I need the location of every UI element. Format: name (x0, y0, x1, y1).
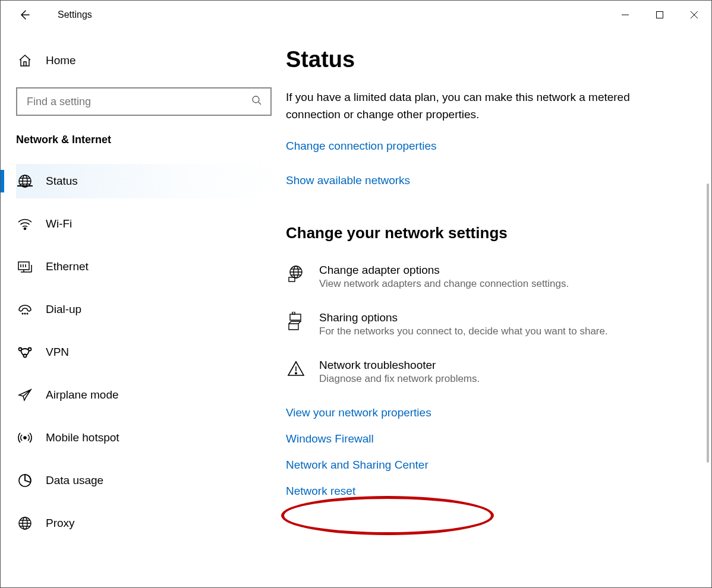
hotspot-icon (17, 430, 33, 445)
titlebar: Settings (1, 1, 711, 29)
adapter-icon (286, 264, 306, 284)
svg-point-7 (24, 313, 26, 314)
close-icon (690, 11, 698, 19)
sidebar-item-label: Wi-Fi (46, 217, 72, 230)
sidebar-category: Network & Internet (16, 134, 286, 146)
proxy-icon (17, 516, 33, 531)
link-network-reset[interactable]: Network reset (286, 485, 694, 498)
ethernet-icon (17, 259, 33, 274)
bottom-links: View your network properties Windows Fir… (286, 406, 694, 498)
window-controls (608, 3, 711, 27)
maximize-icon (656, 11, 664, 19)
svg-rect-20 (292, 312, 295, 314)
sidebar-item-dialup[interactable]: Dial-up (16, 292, 286, 327)
dialup-icon (17, 302, 33, 317)
svg-point-9 (19, 348, 22, 351)
svg-rect-5 (18, 262, 29, 270)
warning-icon (286, 359, 306, 379)
search-box[interactable] (16, 87, 272, 116)
home-icon (17, 53, 33, 68)
sidebar-item-vpn[interactable]: VPN (16, 335, 286, 369)
section-heading: Change your network settings (286, 224, 694, 242)
sidebar-nav: Status Wi-Fi Ethernet Dial-up (16, 164, 286, 549)
sidebar-item-label: Proxy (46, 517, 75, 530)
close-button[interactable] (677, 3, 711, 27)
arrow-left-icon (18, 9, 30, 21)
sidebar-item-label: Ethernet (46, 260, 89, 273)
link-show-available-networks[interactable]: Show available networks (286, 174, 410, 187)
sidebar-item-label: Airplane mode (46, 388, 119, 402)
main-content: Status If you have a limited data plan, … (286, 29, 711, 587)
svg-point-10 (29, 348, 31, 351)
svg-point-1 (253, 96, 259, 103)
link-view-network-properties[interactable]: View your network properties (286, 406, 694, 419)
search-input[interactable] (26, 95, 251, 109)
svg-rect-0 (657, 12, 663, 18)
link-change-connection-properties[interactable]: Change connection properties (286, 140, 437, 153)
option-title: Change adapter options (319, 264, 569, 277)
sidebar-home-label: Home (46, 54, 76, 67)
svg-point-8 (27, 313, 28, 314)
svg-point-12 (24, 437, 26, 439)
sidebar-item-label: Data usage (46, 474, 103, 487)
window-title: Settings (58, 10, 92, 20)
svg-point-4 (24, 228, 26, 230)
back-button[interactable] (12, 3, 36, 27)
maximize-button[interactable] (642, 3, 677, 27)
svg-rect-19 (290, 314, 301, 320)
wifi-icon (17, 216, 33, 232)
sidebar-item-datausage[interactable]: Data usage (16, 463, 286, 498)
svg-point-6 (22, 313, 23, 314)
sidebar-home[interactable]: Home (17, 53, 286, 68)
option-troubleshooter[interactable]: Network troubleshooter Diagnose and fix … (286, 359, 694, 385)
minimize-button[interactable] (608, 3, 642, 27)
link-windows-firewall[interactable]: Windows Firewall (286, 432, 694, 445)
minimize-icon (621, 11, 629, 19)
vpn-icon (17, 344, 33, 360)
sidebar-item-wifi[interactable]: Wi-Fi (16, 207, 286, 241)
airplane-icon (17, 387, 33, 403)
link-network-sharing-center[interactable]: Network and Sharing Center (286, 459, 694, 472)
option-title: Sharing options (319, 311, 608, 324)
sharing-icon (286, 311, 306, 331)
sidebar: Home Network & Internet Status Wi-Fi (1, 29, 286, 587)
sidebar-item-status[interactable]: Status (16, 164, 286, 198)
option-change-adapter[interactable]: Change adapter options View network adap… (286, 264, 694, 290)
globe-icon (17, 173, 33, 189)
page-title: Status (286, 47, 694, 72)
option-sub: View network adapters and change connect… (319, 278, 569, 290)
sidebar-item-airplane[interactable]: Airplane mode (16, 378, 286, 412)
svg-point-21 (295, 372, 297, 374)
sidebar-item-hotspot[interactable]: Mobile hotspot (16, 421, 286, 455)
page-description: If you have a limited data plan, you can… (286, 89, 660, 123)
sidebar-item-label: Status (46, 175, 78, 188)
search-icon (251, 95, 262, 108)
option-sub: For the networks you connect to, decide … (319, 325, 608, 337)
option-sub: Diagnose and fix network problems. (319, 373, 480, 385)
sidebar-item-ethernet[interactable]: Ethernet (16, 249, 286, 284)
data-usage-icon (17, 473, 33, 488)
scrollbar[interactable] (707, 184, 709, 463)
sidebar-item-label: VPN (46, 346, 69, 359)
sidebar-item-proxy[interactable]: Proxy (16, 506, 286, 540)
option-title: Network troubleshooter (319, 359, 480, 372)
sidebar-item-label: Dial-up (46, 303, 81, 316)
option-sharing[interactable]: Sharing options For the networks you con… (286, 311, 694, 337)
sidebar-item-label: Mobile hotspot (46, 431, 119, 444)
